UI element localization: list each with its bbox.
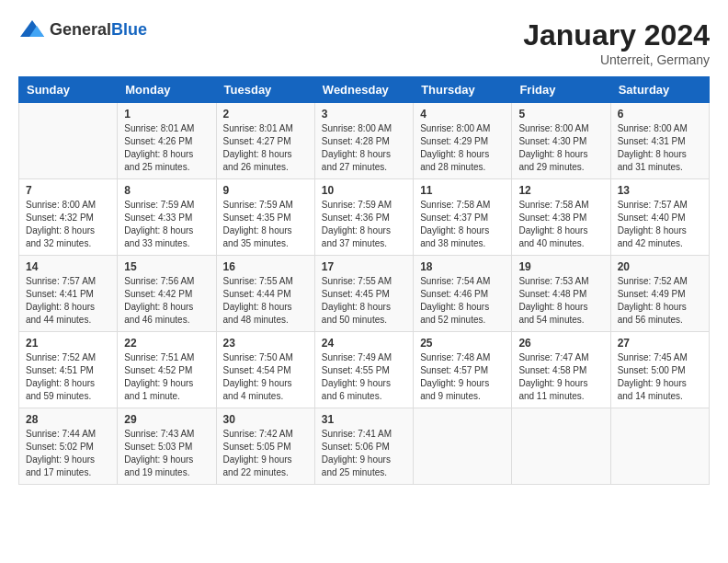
calendar-cell: 9Sunrise: 7:59 AMSunset: 4:35 PMDaylight…: [216, 179, 314, 256]
calendar-cell: 18Sunrise: 7:54 AMSunset: 4:46 PMDayligh…: [414, 256, 512, 332]
day-number: 21: [26, 337, 110, 350]
month-title: January 2024: [523, 18, 710, 52]
calendar-cell: 3Sunrise: 8:00 AMSunset: 4:28 PMDaylight…: [314, 103, 413, 179]
day-info: Sunrise: 7:50 AMSunset: 4:54 PMDaylight:…: [223, 351, 308, 403]
day-number: 29: [124, 413, 209, 426]
day-info: Sunrise: 7:51 AMSunset: 4:52 PMDaylight:…: [124, 351, 209, 403]
calendar-cell: 24Sunrise: 7:49 AMSunset: 4:55 PMDayligh…: [314, 332, 413, 408]
calendar-cell: 15Sunrise: 7:56 AMSunset: 4:42 PMDayligh…: [118, 256, 216, 332]
day-info: Sunrise: 7:52 AMSunset: 4:49 PMDaylight:…: [618, 275, 702, 327]
day-number: 23: [223, 337, 308, 350]
day-number: 3: [322, 108, 406, 121]
calendar-cell: 6Sunrise: 8:00 AMSunset: 4:31 PMDaylight…: [610, 103, 709, 179]
day-number: 28: [26, 413, 110, 426]
calendar-cell: 17Sunrise: 7:55 AMSunset: 4:45 PMDayligh…: [314, 256, 413, 332]
day-number: 17: [322, 260, 406, 273]
day-info: Sunrise: 8:00 AMSunset: 4:31 PMDaylight:…: [618, 122, 702, 174]
calendar-cell: 12Sunrise: 7:58 AMSunset: 4:38 PMDayligh…: [512, 179, 610, 256]
header-friday: Friday: [512, 77, 610, 103]
day-number: 26: [518, 337, 603, 350]
day-number: 1: [124, 108, 209, 121]
calendar-table: Sunday Monday Tuesday Wednesday Thursday…: [18, 76, 710, 485]
day-number: 25: [420, 337, 505, 350]
calendar-cell: 4Sunrise: 8:00 AMSunset: 4:29 PMDaylight…: [414, 103, 512, 179]
logo-general: General: [50, 20, 111, 39]
calendar-cell: [19, 103, 118, 179]
calendar-cell: 10Sunrise: 7:59 AMSunset: 4:36 PMDayligh…: [314, 179, 413, 256]
header-sunday: Sunday: [19, 77, 118, 103]
calendar-cell: 11Sunrise: 7:58 AMSunset: 4:37 PMDayligh…: [414, 179, 512, 256]
day-info: Sunrise: 7:59 AMSunset: 4:35 PMDaylight:…: [223, 199, 308, 250]
day-info: Sunrise: 7:59 AMSunset: 4:36 PMDaylight:…: [322, 199, 406, 250]
day-info: Sunrise: 7:57 AMSunset: 4:41 PMDaylight:…: [26, 275, 110, 327]
day-info: Sunrise: 7:42 AMSunset: 5:05 PMDaylight:…: [223, 428, 308, 479]
day-number: 6: [618, 108, 702, 121]
calendar-cell: 8Sunrise: 7:59 AMSunset: 4:33 PMDaylight…: [118, 179, 216, 256]
calendar-body: 1Sunrise: 8:01 AMSunset: 4:26 PMDaylight…: [19, 103, 710, 485]
day-number: 9: [223, 184, 308, 197]
day-info: Sunrise: 7:56 AMSunset: 4:42 PMDaylight:…: [124, 275, 209, 327]
day-number: 4: [420, 108, 505, 121]
page-header: GeneralBlue January 2024 Unterreit, Germ…: [18, 18, 710, 67]
calendar-cell: 26Sunrise: 7:47 AMSunset: 4:58 PMDayligh…: [512, 332, 610, 408]
logo: GeneralBlue: [18, 18, 147, 40]
header-monday: Monday: [118, 77, 216, 103]
calendar-week-1: 7Sunrise: 8:00 AMSunset: 4:32 PMDaylight…: [19, 179, 710, 256]
calendar-cell: 28Sunrise: 7:44 AMSunset: 5:02 PMDayligh…: [19, 408, 118, 485]
day-number: 19: [518, 260, 603, 273]
calendar-cell: 2Sunrise: 8:01 AMSunset: 4:27 PMDaylight…: [216, 103, 314, 179]
title-block: January 2024 Unterreit, Germany: [523, 18, 710, 67]
calendar-cell: 13Sunrise: 7:57 AMSunset: 4:40 PMDayligh…: [610, 179, 709, 256]
header-thursday: Thursday: [414, 77, 512, 103]
day-info: Sunrise: 7:55 AMSunset: 4:44 PMDaylight:…: [223, 275, 308, 327]
calendar-week-2: 14Sunrise: 7:57 AMSunset: 4:41 PMDayligh…: [19, 256, 710, 332]
calendar-week-4: 28Sunrise: 7:44 AMSunset: 5:02 PMDayligh…: [19, 408, 710, 485]
calendar-cell: 31Sunrise: 7:41 AMSunset: 5:06 PMDayligh…: [314, 408, 413, 485]
calendar-cell: 21Sunrise: 7:52 AMSunset: 4:51 PMDayligh…: [19, 332, 118, 408]
day-number: 14: [26, 260, 110, 273]
day-info: Sunrise: 8:00 AMSunset: 4:30 PMDaylight:…: [518, 122, 603, 174]
day-info: Sunrise: 7:45 AMSunset: 5:00 PMDaylight:…: [618, 351, 702, 403]
calendar-cell: [610, 408, 709, 485]
header-row: Sunday Monday Tuesday Wednesday Thursday…: [19, 77, 710, 103]
location-title: Unterreit, Germany: [523, 52, 710, 67]
calendar-cell: [512, 408, 610, 485]
header-wednesday: Wednesday: [314, 77, 413, 103]
calendar-cell: 7Sunrise: 8:00 AMSunset: 4:32 PMDaylight…: [19, 179, 118, 256]
day-info: Sunrise: 7:43 AMSunset: 5:03 PMDaylight:…: [124, 428, 209, 479]
day-number: 18: [420, 260, 505, 273]
calendar-cell: 19Sunrise: 7:53 AMSunset: 4:48 PMDayligh…: [512, 256, 610, 332]
day-number: 5: [518, 108, 603, 121]
day-info: Sunrise: 7:47 AMSunset: 4:58 PMDaylight:…: [518, 351, 603, 403]
calendar-cell: 27Sunrise: 7:45 AMSunset: 5:00 PMDayligh…: [610, 332, 709, 408]
day-info: Sunrise: 8:00 AMSunset: 4:28 PMDaylight:…: [322, 122, 406, 174]
day-number: 13: [618, 184, 702, 197]
day-number: 20: [618, 260, 702, 273]
calendar-cell: 20Sunrise: 7:52 AMSunset: 4:49 PMDayligh…: [610, 256, 709, 332]
day-number: 16: [223, 260, 308, 273]
calendar-cell: 22Sunrise: 7:51 AMSunset: 4:52 PMDayligh…: [118, 332, 216, 408]
calendar-header: Sunday Monday Tuesday Wednesday Thursday…: [19, 77, 710, 103]
calendar-cell: 5Sunrise: 8:00 AMSunset: 4:30 PMDaylight…: [512, 103, 610, 179]
calendar-cell: 29Sunrise: 7:43 AMSunset: 5:03 PMDayligh…: [118, 408, 216, 485]
calendar-cell: 14Sunrise: 7:57 AMSunset: 4:41 PMDayligh…: [19, 256, 118, 332]
day-info: Sunrise: 8:00 AMSunset: 4:32 PMDaylight:…: [26, 199, 110, 250]
logo-icon: [18, 18, 46, 40]
calendar-cell: 25Sunrise: 7:48 AMSunset: 4:57 PMDayligh…: [414, 332, 512, 408]
day-info: Sunrise: 7:48 AMSunset: 4:57 PMDaylight:…: [420, 351, 505, 403]
day-number: 15: [124, 260, 209, 273]
day-info: Sunrise: 7:53 AMSunset: 4:48 PMDaylight:…: [518, 275, 603, 327]
day-number: 8: [124, 184, 209, 197]
day-info: Sunrise: 7:41 AMSunset: 5:06 PMDaylight:…: [322, 428, 406, 479]
day-info: Sunrise: 7:59 AMSunset: 4:33 PMDaylight:…: [124, 199, 209, 250]
day-number: 31: [322, 413, 406, 426]
calendar-cell: [414, 408, 512, 485]
day-info: Sunrise: 7:44 AMSunset: 5:02 PMDaylight:…: [26, 428, 110, 479]
day-info: Sunrise: 7:58 AMSunset: 4:37 PMDaylight:…: [420, 199, 505, 250]
header-saturday: Saturday: [610, 77, 709, 103]
day-number: 24: [322, 337, 406, 350]
day-number: 2: [223, 108, 308, 121]
day-number: 11: [420, 184, 505, 197]
day-number: 22: [124, 337, 209, 350]
day-info: Sunrise: 8:01 AMSunset: 4:27 PMDaylight:…: [223, 122, 308, 174]
